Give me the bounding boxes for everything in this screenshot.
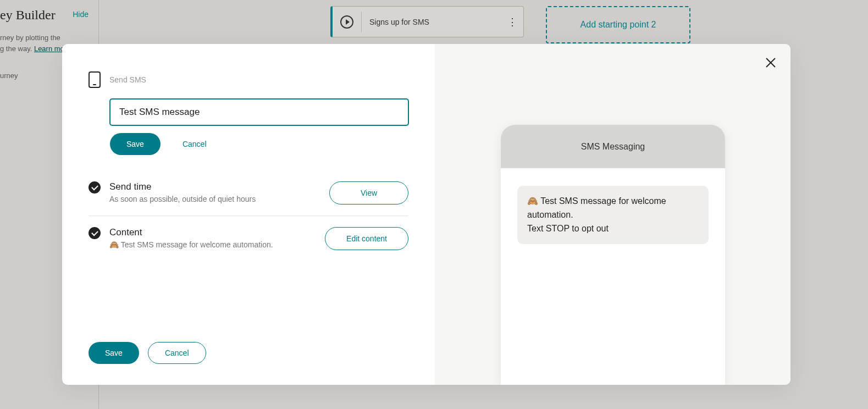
add-starting-point-button[interactable]: Add starting point 2 [546,6,690,43]
journey-step-label: Signs up for SMS [369,18,429,26]
content-subtitle: 🙈 Test SMS message for welcome automatio… [109,240,325,249]
send-sms-modal: Send SMS Save Cancel Send time As soon a… [62,44,790,385]
send-time-title: Send time [109,181,329,192]
modal-header-label: Send SMS [109,75,146,84]
content-section: Content 🙈 Test SMS message for welcome a… [89,216,408,261]
save-name-button[interactable]: Save [110,133,161,155]
card-divider [361,12,362,32]
modal-footer-actions: Save Cancel [89,342,206,364]
save-button[interactable]: Save [89,342,139,364]
view-send-time-button[interactable]: View [329,181,408,204]
cancel-button[interactable]: Cancel [148,342,206,364]
sms-phone-preview: SMS Messaging 🙈 Test SMS message for wel… [501,125,725,385]
edit-content-button[interactable]: Edit content [325,227,408,250]
close-icon [765,57,776,68]
modal-header: Send SMS [89,71,408,88]
sms-bubble: 🙈 Test SMS message for welcome automatio… [517,186,709,244]
learn-more-link[interactable]: Learn mo [34,45,64,53]
phone-icon [89,71,101,88]
journey-step-card[interactable]: Signs up for SMS [330,6,524,37]
content-title: Content [109,227,325,238]
preview-header: SMS Messaging [501,125,725,168]
send-time-section: Send time As soon as possible, outside o… [89,170,408,216]
check-icon [89,227,101,239]
hide-sidebar-link[interactable]: Hide [73,10,89,19]
close-button[interactable] [765,57,776,70]
cancel-name-button[interactable]: Cancel [166,133,223,155]
more-options-icon[interactable] [507,16,518,28]
send-time-subtitle: As soon as possible, outside of quiet ho… [109,195,329,203]
modal-preview-panel: SMS Messaging 🙈 Test SMS message for wel… [435,44,790,385]
play-icon [340,15,353,29]
modal-form-panel: Send SMS Save Cancel Send time As soon a… [62,44,435,385]
check-icon [89,181,101,194]
sms-name-input[interactable] [110,99,408,125]
